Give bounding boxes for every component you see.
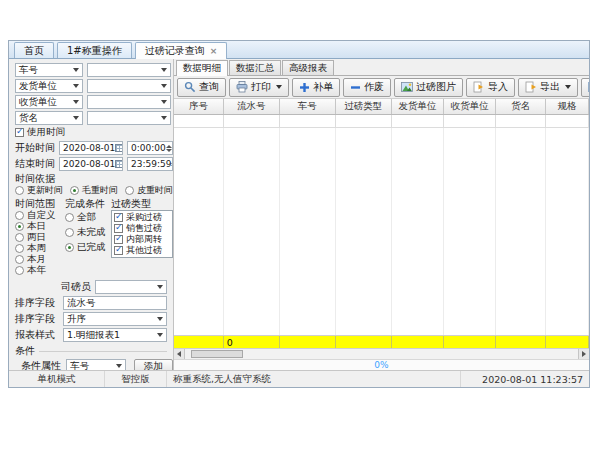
subtab-data-detail[interactable]: 数据明细 [176, 60, 228, 76]
use-time-checkbox[interactable] [15, 128, 24, 137]
radio-today[interactable] [15, 222, 24, 231]
radio-label: 未完成 [77, 226, 106, 239]
void-button[interactable]: 作废 [343, 78, 391, 97]
report-style-combo[interactable]: 1.明细报表1 [63, 328, 167, 342]
radio-this-week[interactable] [15, 244, 24, 253]
radio-gross-time[interactable] [70, 186, 79, 195]
sort-order-label: 排序字段 [15, 312, 59, 326]
checkbox-purchase[interactable] [114, 213, 123, 222]
shipper-field-selector[interactable]: 发货单位 [15, 79, 83, 93]
column-header[interactable]: 序号 [174, 99, 224, 114]
grid-body[interactable] [174, 128, 589, 335]
radio-this-month[interactable] [15, 255, 24, 264]
column-header[interactable]: 发货单位 [392, 99, 444, 114]
condition-attr-combo[interactable]: 车号 [66, 359, 125, 370]
sort-field-input[interactable]: 流水号 [63, 296, 167, 310]
filter-panel: 车号 发货单位 收货单位 货名 使用时间 开始时间 2020-08-0 [9, 59, 174, 370]
radio-tare-time[interactable] [125, 186, 134, 195]
scrollbar-thumb[interactable] [191, 350, 243, 358]
finish-condition-column: 完成条件 全部 未完成 已完成 [65, 198, 111, 276]
tab-label: 首页 [24, 44, 44, 58]
export-button[interactable]: 导出 [518, 78, 578, 97]
column-header[interactable]: 收货单位 [444, 99, 496, 114]
radio-finished[interactable] [65, 243, 74, 252]
radio-custom[interactable] [15, 211, 24, 220]
spinner-arrows-icon[interactable] [171, 161, 173, 168]
scroll-left-button[interactable] [174, 349, 185, 359]
end-date-picker[interactable]: 2020-08-01 [59, 157, 123, 171]
progress-percent: 0% [374, 360, 388, 370]
vehicle-field-selector[interactable]: 车号 [15, 63, 83, 77]
settings-button[interactable]: 设置 [581, 78, 589, 97]
radio-all[interactable] [65, 213, 74, 222]
button-label: 补单 [313, 80, 333, 94]
column-header[interactable]: 货名 [496, 99, 546, 114]
subtab-data-summary[interactable]: 数据汇总 [229, 60, 281, 75]
sort-field-label: 排序字段 [15, 296, 59, 310]
sort-order-combo[interactable]: 升序 [63, 312, 167, 326]
status-bar: 单机模式 智控版 称重系统,无人值守系统 2020-08-01 11:23:57 [9, 370, 589, 387]
end-time-row: 结束时间 2020-08-01 23:59:59 [15, 157, 173, 171]
tab-record-query[interactable]: 过磅记录查询 × [135, 42, 228, 59]
column-header[interactable]: 流水号 [224, 99, 280, 114]
column-header[interactable]: 车号 [280, 99, 336, 114]
start-time-spinner[interactable]: 0:00:00 [127, 141, 173, 155]
add-condition-button[interactable]: 添加 [134, 359, 173, 371]
sort-field-row: 排序字段 流水号 [15, 296, 173, 310]
query-button[interactable]: 查询 [177, 78, 226, 97]
end-time-spinner[interactable]: 23:59:59 [127, 157, 173, 171]
close-icon[interactable]: × [210, 47, 218, 56]
print-button[interactable]: 打印 [229, 78, 289, 97]
status-system-name: 称重系统,无人值守系统 [167, 371, 461, 387]
summary-count: 0 [224, 336, 280, 348]
radio-label: 皮重时间 [137, 184, 173, 197]
tab-home[interactable]: 首页 [14, 42, 54, 58]
weigh-type-box: 采购过磅 销售过磅 内部周转 其他过磅 [111, 210, 173, 258]
radio-label: 毛重时间 [82, 184, 118, 197]
checkbox-label: 其他过磅 [126, 244, 162, 257]
filter-row-goods: 货名 [15, 111, 173, 125]
weigher-combo[interactable] [95, 280, 167, 294]
field-label: 收货单位 [19, 96, 57, 109]
condition-group-header: 条件 [15, 346, 167, 356]
plus-icon [299, 82, 310, 93]
calendar-icon [115, 160, 123, 168]
chevron-down-icon [157, 333, 163, 337]
tab-weighing-operation[interactable]: 1#称重操作 [57, 42, 132, 58]
subtab-advanced-report[interactable]: 高级报表 [282, 60, 334, 75]
checkbox-internal[interactable] [114, 235, 123, 244]
vehicle-value-combo[interactable] [87, 63, 171, 77]
radio-update-time[interactable] [15, 186, 24, 195]
column-header[interactable]: 过磅类型 [336, 99, 392, 114]
sort-order-row: 排序字段 升序 [15, 312, 173, 326]
radio-unfinished[interactable] [65, 228, 74, 237]
goods-value-combo[interactable] [87, 111, 171, 125]
radio-two-days[interactable] [15, 233, 24, 242]
checkbox-other[interactable] [114, 246, 123, 255]
settings-icon [588, 81, 589, 93]
start-time-value: 0:00:00 [131, 143, 166, 153]
weigh-picture-button[interactable]: 过磅图片 [394, 78, 463, 97]
column-header[interactable]: 规格 [546, 99, 589, 114]
goods-field-selector[interactable]: 货名 [15, 111, 83, 125]
shipper-value-combo[interactable] [87, 79, 171, 93]
dropdown-arrow-icon [565, 85, 571, 89]
status-edition: 智控版 [105, 371, 167, 387]
start-date-picker[interactable]: 2020-08-01 [59, 141, 123, 155]
minus-icon [350, 82, 361, 93]
horizontal-scrollbar[interactable] [174, 348, 589, 359]
scroll-right-button[interactable] [578, 349, 589, 359]
filter-row-receiver: 收货单位 [15, 95, 173, 109]
receiver-value-combo[interactable] [87, 95, 171, 109]
radio-this-year[interactable] [15, 266, 24, 275]
receiver-field-selector[interactable]: 收货单位 [15, 95, 83, 109]
checkbox-sales[interactable] [114, 224, 123, 233]
import-button[interactable]: 导入 [466, 78, 515, 97]
radio-label: 已完成 [77, 241, 106, 254]
spinner-arrows-icon[interactable] [166, 145, 172, 152]
supplement-order-button[interactable]: 补单 [292, 78, 340, 97]
chevron-down-icon [161, 100, 167, 104]
time-basis-options: 更新时间 毛重时间 皮重时间 [15, 185, 173, 196]
data-panel: 数据明细 数据汇总 高级报表 查询 打印 补单 [174, 59, 589, 370]
condition-attr-row: 条件属性 车号 添加 [15, 359, 173, 370]
